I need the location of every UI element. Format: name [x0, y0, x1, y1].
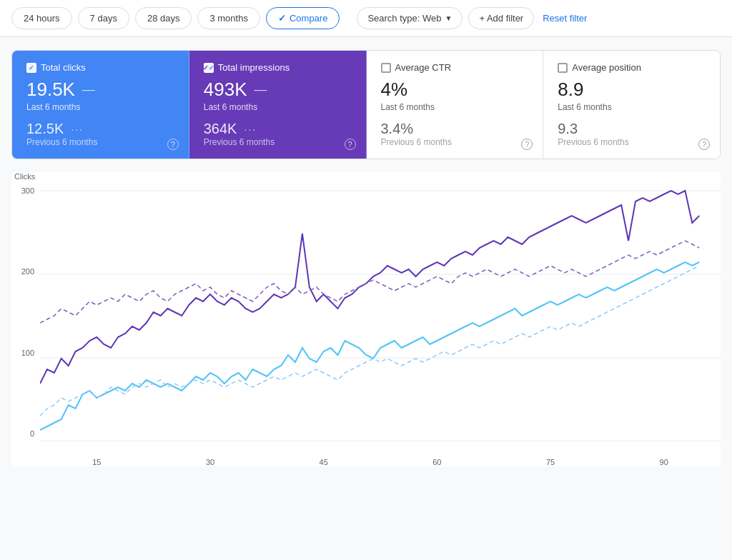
impressions-prev-period: Previous 6 months	[204, 137, 352, 147]
impressions-prev-dash-icon: ···	[244, 124, 257, 135]
clicks-current-period: Last 6 months	[26, 102, 174, 112]
impressions-prev-value: 364K ···	[204, 121, 352, 137]
position-current-period: Last 6 months	[558, 102, 706, 112]
impressions-current-value: 493K —	[204, 79, 352, 101]
btn-28d[interactable]: 28 days	[135, 7, 192, 29]
clicks-help-icon[interactable]: ?	[167, 139, 179, 150]
ctr-help-icon[interactable]: ?	[521, 139, 533, 150]
blue-dashed-line	[40, 266, 699, 416]
chart-area: Clicks 300 200 100 0	[11, 172, 721, 466]
ctr-current-period: Last 6 months	[381, 102, 529, 112]
chart-y-label: Clicks	[11, 172, 721, 181]
position-checkbox[interactable]	[558, 63, 568, 73]
metric-avg-position: Average position 8.9 Last 6 months 9.3 P…	[543, 51, 720, 159]
impressions-label: Total impressions	[218, 62, 290, 73]
clicks-prev-value: 12.5K ···	[26, 121, 174, 137]
search-type-button[interactable]: Search type: Web ▼	[357, 7, 463, 29]
ctr-label: Average CTR	[395, 62, 452, 73]
clicks-prev-dash-icon: ···	[71, 124, 84, 135]
metric-avg-ctr: Average CTR 4% Last 6 months 3.4% Previo…	[367, 51, 544, 159]
clicks-checkbox[interactable]	[26, 63, 36, 73]
metric-position-header: Average position	[558, 62, 706, 73]
position-prev-value: 9.3	[558, 121, 706, 137]
btn-3months[interactable]: 3 months	[197, 7, 259, 29]
y-tick-100: 100	[21, 349, 34, 357]
y-tick-200: 200	[21, 267, 34, 276]
chart-svg	[40, 184, 721, 455]
compare-label: Compare	[290, 13, 327, 24]
add-filter-button[interactable]: + Add filter	[468, 7, 534, 29]
ctr-prev-value: 3.4%	[381, 121, 529, 137]
y-tick-300: 300	[21, 186, 34, 195]
chart-x-axis: 15 30 45 60 75 90	[11, 455, 721, 466]
ctr-current-value: 4%	[381, 79, 529, 101]
blue-solid-line	[40, 262, 699, 430]
dropdown-arrow-icon: ▼	[445, 14, 452, 22]
position-current-value: 8.9	[558, 79, 706, 101]
x-tick-60: 60	[380, 458, 494, 466]
clicks-current-value: 19.5K —	[26, 79, 174, 101]
clicks-prev-period: Previous 6 months	[26, 137, 174, 147]
reset-filter-link[interactable]: Reset filter	[543, 13, 587, 24]
x-tick-90: 90	[607, 458, 721, 466]
btn-7d[interactable]: 7 days	[78, 7, 129, 29]
y-tick-0: 0	[30, 429, 34, 438]
compare-button[interactable]: ✓ Compare	[266, 7, 340, 29]
x-tick-75: 75	[494, 458, 608, 466]
position-prev-period: Previous 6 months	[558, 137, 706, 147]
impressions-checkbox[interactable]: ✓	[204, 63, 214, 73]
compare-checkmark: ✓	[278, 13, 286, 24]
impressions-current-period: Last 6 months	[204, 102, 352, 112]
clicks-label: Total clicks	[41, 62, 86, 73]
top-bar: 24 hours 7 days 28 days 3 months ✓ Compa…	[0, 0, 732, 37]
position-help-icon[interactable]: ?	[698, 139, 710, 150]
search-type-label: Search type: Web	[367, 13, 441, 24]
metric-total-impressions: ✓ Total impressions 493K — Last 6 months…	[189, 51, 367, 159]
metric-clicks-header: Total clicks	[26, 62, 174, 73]
chart-inner	[40, 184, 721, 455]
metrics-panel: Total clicks 19.5K — Last 6 months 12.5K…	[11, 50, 721, 159]
x-tick-45: 45	[267, 458, 380, 466]
metric-impressions-header: ✓ Total impressions	[204, 62, 352, 73]
metric-ctr-header: Average CTR	[381, 62, 529, 73]
position-label: Average position	[572, 62, 641, 73]
ctr-prev-period: Previous 6 months	[381, 137, 529, 147]
ctr-checkbox[interactable]	[381, 63, 391, 73]
chart-container: 300 200 100 0	[11, 184, 721, 455]
impressions-dash-icon: —	[254, 82, 267, 97]
x-tick-15: 15	[40, 458, 154, 466]
metric-total-clicks: Total clicks 19.5K — Last 6 months 12.5K…	[12, 51, 189, 159]
add-filter-label: + Add filter	[479, 13, 523, 24]
chart-y-axis: 300 200 100 0	[11, 184, 40, 455]
purple-dashed-line	[40, 241, 699, 323]
clicks-dash-icon: —	[82, 82, 95, 97]
impressions-help-icon[interactable]: ?	[345, 139, 356, 150]
x-tick-30: 30	[154, 458, 267, 466]
btn-24h[interactable]: 24 hours	[11, 7, 72, 29]
purple-solid-line	[40, 191, 699, 384]
